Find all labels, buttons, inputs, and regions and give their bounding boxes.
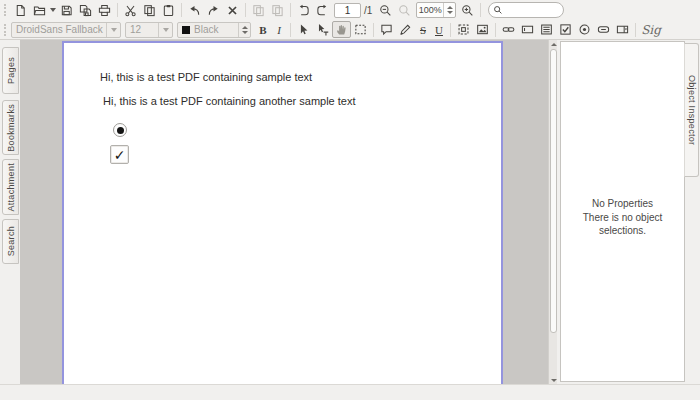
copy-page-button[interactable]: [249, 2, 268, 19]
strikethrough-button[interactable]: S: [415, 21, 431, 38]
scroll-down-button[interactable]: [550, 376, 557, 384]
search-icon: [493, 5, 503, 15]
checkbox-icon: [559, 23, 572, 36]
zoom-level-spinbox[interactable]: 100%: [416, 2, 456, 18]
open-folder-icon: [33, 4, 46, 17]
print-button[interactable]: [95, 2, 114, 19]
zoom-original-icon: [398, 4, 411, 17]
arrow-down-icon: [551, 379, 557, 382]
sidebar-tab-pages[interactable]: Pages: [2, 47, 19, 94]
save-all-button[interactable]: [76, 2, 95, 19]
separator: [480, 3, 481, 17]
zoom-in-icon: [461, 4, 474, 17]
save-button[interactable]: [57, 2, 76, 19]
rotate-left-button[interactable]: [294, 2, 313, 19]
save-all-icon: [79, 4, 92, 17]
scrollbar-thumb[interactable]: [550, 49, 557, 333]
toolbar-handle[interactable]: [4, 4, 7, 16]
cursor-text-icon: [316, 23, 329, 36]
spin-arrows[interactable]: [238, 23, 250, 37]
paste-page-icon: [271, 4, 284, 17]
paste-page-button[interactable]: [268, 2, 287, 19]
undo-button[interactable]: [185, 2, 204, 19]
comment-button[interactable]: [377, 21, 396, 38]
combo-box-icon: [616, 23, 629, 36]
radio-button-icon: [578, 23, 591, 36]
no-properties-message: There is no object selections.: [561, 211, 684, 238]
copy-button[interactable]: [140, 2, 159, 19]
page-number-input[interactable]: [334, 3, 361, 18]
signature-button[interactable]: Sig: [639, 21, 663, 38]
main-toolbar: /1 100%: [0, 0, 700, 20]
combo-box-field-button[interactable]: [613, 21, 632, 38]
open-button[interactable]: [30, 2, 49, 19]
format-toolbar: DroidSans Fallback 12 Black B I S U: [0, 20, 700, 40]
marquee-zoom-button[interactable]: [351, 21, 370, 38]
open-dropdown-button[interactable]: [49, 2, 57, 19]
pdf-text-object[interactable]: Hi, this is a test PDF containing sample…: [100, 71, 312, 83]
search-box[interactable]: [488, 2, 564, 18]
delete-button[interactable]: [223, 2, 242, 19]
zoom-level-value: 100%: [417, 5, 443, 15]
font-size-combo[interactable]: 12: [125, 22, 173, 38]
underline-button[interactable]: U: [431, 21, 447, 38]
new-document-icon: [14, 4, 27, 17]
font-color-combo[interactable]: Black: [177, 22, 251, 38]
toolbar-handle[interactable]: [4, 24, 7, 36]
sidebar-tab-search[interactable]: Search: [2, 219, 19, 264]
insert-image-button[interactable]: [473, 21, 492, 38]
search-input[interactable]: [503, 5, 559, 16]
separator: [450, 23, 451, 37]
hand-tool-button[interactable]: [332, 21, 351, 38]
redo-button[interactable]: [204, 2, 223, 19]
highlight-button[interactable]: [396, 21, 415, 38]
spin-up-icon: [447, 6, 453, 9]
select-tool-button[interactable]: [294, 21, 313, 38]
separator: [373, 23, 374, 37]
sidebar-tab-bookmarks[interactable]: Bookmarks: [2, 100, 19, 155]
bold-button[interactable]: B: [255, 21, 271, 38]
snapshot-button[interactable]: [454, 21, 473, 38]
link-button[interactable]: [499, 21, 518, 38]
text-select-tool-button[interactable]: [313, 21, 332, 38]
speech-bubble-icon: [380, 23, 393, 36]
print-icon: [98, 4, 111, 17]
list-box-button[interactable]: [537, 21, 556, 38]
pdf-checkbox[interactable]: ✓: [110, 145, 129, 164]
new-document-button[interactable]: [11, 2, 30, 19]
combo-dropdown-button[interactable]: [106, 23, 120, 37]
checkbox-field-button[interactable]: [556, 21, 575, 38]
object-inspector-tab[interactable]: Object Inspector: [684, 43, 699, 177]
spin-up-icon: [242, 26, 248, 29]
push-button-field-button[interactable]: [594, 21, 613, 38]
pdf-radio-button[interactable]: [113, 123, 127, 137]
document-viewport[interactable]: Hi, this is a test PDF containing sample…: [20, 40, 548, 384]
zoom-out-button[interactable]: [376, 2, 395, 19]
separator: [635, 23, 636, 37]
rotate-right-button[interactable]: [313, 2, 332, 19]
object-inspector-panel: No Properties There is no object selecti…: [557, 40, 700, 384]
status-bar: [0, 384, 700, 400]
scissors-icon: [124, 4, 137, 17]
spin-arrows[interactable]: [443, 3, 455, 17]
pdf-text-object[interactable]: Hi, this is a test PDF containing anothe…: [103, 95, 356, 107]
vertical-scrollbar[interactable]: [548, 40, 557, 384]
paste-button[interactable]: [159, 2, 178, 19]
sidebar-tab-attachment[interactable]: Attachment: [2, 159, 19, 215]
spin-down-icon: [242, 31, 248, 34]
zoom-in-button[interactable]: [458, 2, 477, 19]
copy-page-icon: [252, 4, 265, 17]
list-box-icon: [540, 23, 553, 36]
tab-label: Pages: [6, 57, 16, 84]
cut-button[interactable]: [121, 2, 140, 19]
zoom-original-button[interactable]: [395, 2, 414, 19]
scroll-up-button[interactable]: [550, 40, 557, 48]
text-field-button[interactable]: [518, 21, 537, 38]
combo-dropdown-button[interactable]: [158, 23, 172, 37]
radio-field-button[interactable]: [575, 21, 594, 38]
undo-icon: [188, 4, 201, 17]
redo-icon: [207, 4, 220, 17]
sidebar-tab-strip: Pages Bookmarks Attachment Search: [0, 40, 20, 384]
italic-button[interactable]: I: [271, 21, 287, 38]
font-family-combo[interactable]: DroidSans Fallback: [11, 22, 121, 38]
